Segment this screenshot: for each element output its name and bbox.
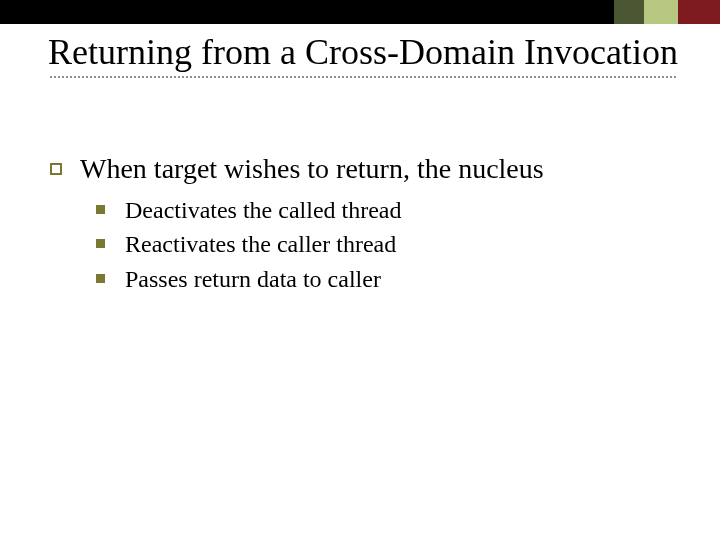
bullet-level2: Passes return data to caller (96, 265, 670, 294)
square-bullet-icon (96, 239, 105, 248)
slide-title: Returning from a Cross-Domain Invocation (48, 32, 678, 72)
accent-bar (0, 0, 720, 24)
bullet-level2: Deactivates the called thread (96, 196, 670, 225)
bullet-text: When target wishes to return, the nucleu… (80, 152, 544, 186)
sub-bullet-text: Deactivates the called thread (125, 196, 402, 225)
sub-bullet-text: Reactivates the caller thread (125, 230, 396, 259)
accent-seg-4 (678, 0, 720, 24)
bullet-level1: When target wishes to return, the nucleu… (50, 152, 670, 186)
sub-bullet-text: Passes return data to caller (125, 265, 381, 294)
accent-seg-3 (644, 0, 678, 24)
title-block: Returning from a Cross-Domain Invocation (48, 32, 678, 78)
square-bullet-icon (96, 205, 105, 214)
title-underline (48, 76, 676, 78)
square-bullet-icon (96, 274, 105, 283)
bullet-level2: Reactivates the caller thread (96, 230, 670, 259)
body-content: When target wishes to return, the nucleu… (50, 152, 670, 300)
accent-seg-1 (0, 0, 614, 24)
accent-seg-2 (614, 0, 644, 24)
square-outline-bullet-icon (50, 163, 62, 175)
sub-bullets: Deactivates the called thread Reactivate… (96, 196, 670, 294)
slide: Returning from a Cross-Domain Invocation… (0, 0, 720, 540)
